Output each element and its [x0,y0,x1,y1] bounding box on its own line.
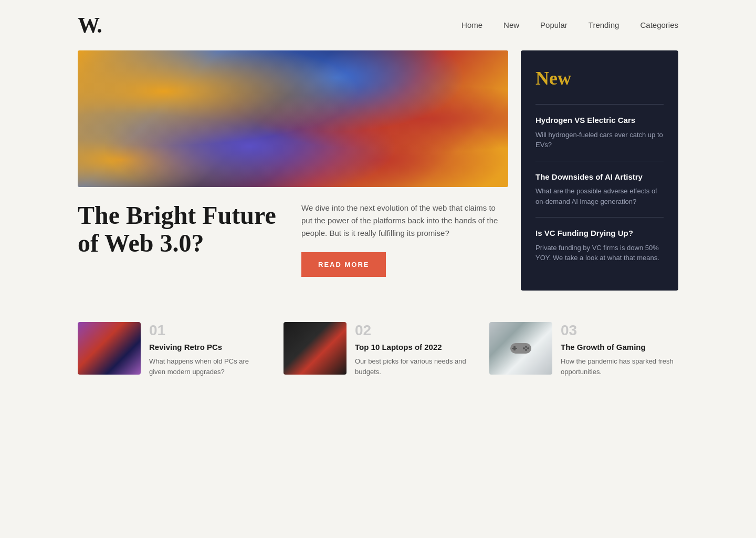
new-item-2-title: The Downsides of AI Artistry [536,172,664,182]
article-title-2: Top 10 Laptops of 2022 [355,342,472,353]
nav-popular[interactable]: Popular [540,20,568,29]
article-thumb-2 [284,322,346,375]
hero-text-block: The Bright Future of Web 3.0? We dive in… [78,202,508,277]
article-number-2: 02 [355,322,472,339]
articles-section: 01 Reviving Retro PCs What happens when … [0,322,756,409]
article-number-3: 03 [561,322,678,339]
svg-point-5 [525,349,527,351]
site-logo[interactable]: W. [78,13,101,38]
svg-point-3 [525,346,527,348]
article-thumb-1 [78,322,141,375]
new-item-1-title: Hydrogen VS Electric Cars [536,115,664,126]
gaming-image [489,322,552,375]
hero-image-inner [78,50,508,187]
article-desc-2: Our best picks for various needs and bud… [355,356,472,377]
nav-new[interactable]: New [503,20,519,29]
article-info-1: 01 Reviving Retro PCs What happens when … [149,322,267,377]
new-item-1-desc: Will hydrogen-fueled cars ever catch up … [536,130,664,150]
new-item-1[interactable]: Hydrogen VS Electric Cars Will hydrogen-… [536,104,664,161]
main-content: The Bright Future of Web 3.0? We dive in… [0,50,756,291]
nav-trending[interactable]: Trending [589,20,620,29]
article-card-3[interactable]: 03 The Growth of Gaming How the pandemic… [489,322,678,377]
retro-pc-image [78,322,141,375]
new-item-2[interactable]: The Downsides of AI Artistry What are th… [536,161,664,218]
article-title-3: The Growth of Gaming [561,342,678,353]
article-number-1: 01 [149,322,267,339]
hero-image-art [78,50,508,187]
laptops-image [284,322,346,375]
new-panel: New Hydrogen VS Electric Cars Will hydro… [521,50,678,291]
new-panel-title: New [536,67,664,89]
svg-point-6 [523,347,525,349]
article-card-1[interactable]: 01 Reviving Retro PCs What happens when … [78,322,267,377]
nav-home[interactable]: Home [461,20,482,29]
nav-categories[interactable]: Categories [640,20,678,29]
new-item-3-title: Is VC Funding Drying Up? [536,228,664,239]
nav-links: Home New Popular Trending Categories [461,20,678,30]
hero-desc-block: We dive into the next evolution of the w… [301,202,508,277]
hero-description: We dive into the next evolution of the w… [301,202,508,240]
read-more-button[interactable]: READ MORE [301,252,386,277]
main-nav: W. Home New Popular Trending Categories [0,0,756,50]
hero-section: The Bright Future of Web 3.0? We dive in… [78,50,508,291]
svg-point-4 [527,347,529,349]
hero-image [78,50,508,187]
article-thumb-3 [489,322,552,375]
article-card-2[interactable]: 02 Top 10 Laptops of 2022 Our best picks… [284,322,472,377]
article-desc-1: What happens when old PCs are given mode… [149,356,267,377]
svg-rect-2 [512,348,517,349]
new-item-3-desc: Private funding by VC firms is down 50% … [536,243,664,263]
controller-icon [505,338,537,359]
new-item-2-desc: What are the possible adverse effects of… [536,186,664,206]
article-info-2: 02 Top 10 Laptops of 2022 Our best picks… [355,322,472,377]
article-desc-3: How the pandemic has sparked fresh oppor… [561,356,678,377]
article-title-1: Reviving Retro PCs [149,342,267,353]
article-info-3: 03 The Growth of Gaming How the pandemic… [561,322,678,377]
new-item-3[interactable]: Is VC Funding Drying Up? Private funding… [536,217,664,274]
hero-title: The Bright Future of Web 3.0? [78,202,285,257]
